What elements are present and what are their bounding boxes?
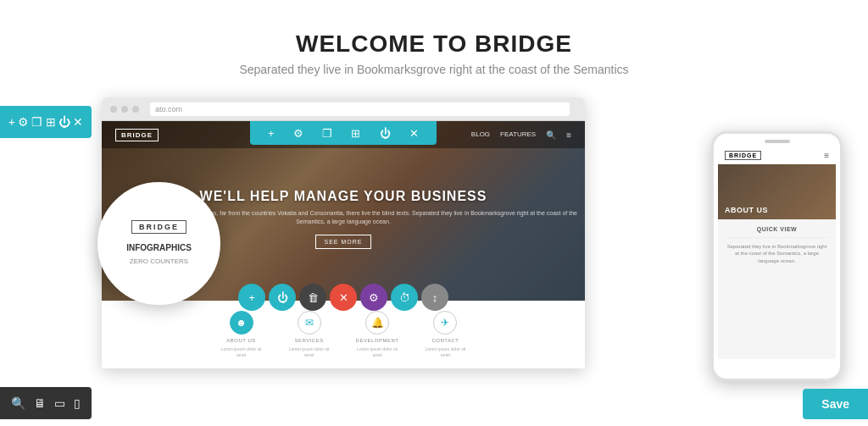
feature-contact-label: CONTACT <box>431 338 459 343</box>
mobile-screen: BRIDGE ≡ ABOUT US QUICK VIEW Separated t… <box>718 147 836 359</box>
browser-trash-icon[interactable]: ✕ <box>409 127 419 140</box>
circle-overlay: BRIDGE INFOGRAPHICS ZERO COUNTERS <box>97 182 220 305</box>
feature-contact: ✈ CONTACT Lorem ipsum dolor sit amet <box>424 311 466 357</box>
feature-about-icon: ☻ <box>230 311 253 335</box>
site-nav-links: BLOG FEATURES 🔍 ≡ <box>471 130 571 140</box>
save-button[interactable]: Save <box>803 389 868 419</box>
browser-toolbar-overlay: + ⚙ ❐ ⊞ ⏻ ✕ <box>250 121 437 145</box>
browser-dot-1 <box>110 106 117 113</box>
search-icon[interactable]: 🔍 <box>11 396 25 410</box>
mobile-hero-title: ABOUT US <box>725 206 768 214</box>
mobile-description: Separated they live in Bookmarksgrove ri… <box>725 243 829 264</box>
mobile-content: QUICK VIEW Separated they live in Bookma… <box>718 219 836 271</box>
browser-url: ato.com <box>150 102 570 116</box>
nav-search-icon[interactable]: 🔍 <box>546 130 556 140</box>
mobile-nav: BRIDGE ≡ <box>718 147 836 164</box>
feature-contact-text: Lorem ipsum dolor sit amet <box>424 346 466 357</box>
mobile-quick-view: QUICK VIEW <box>725 226 829 232</box>
feature-services-icon: ✉ <box>298 311 321 335</box>
site-logo: BRIDGE <box>115 129 159 141</box>
gear-icon[interactable]: ⚙ <box>18 115 29 129</box>
nav-menu-icon[interactable]: ≡ <box>566 130 571 140</box>
browser-dot-3 <box>132 106 139 113</box>
circle-item-2: ZERO COUNTERS <box>130 257 188 265</box>
grid-icon[interactable]: ⊞ <box>46 115 56 129</box>
browser-dot-2 <box>121 106 128 113</box>
browser-add-icon[interactable]: + <box>268 127 275 140</box>
browser-power-icon[interactable]: ⏻ <box>380 127 391 140</box>
mobile-hero: ABOUT US <box>718 164 836 219</box>
left-toolbar: + ⚙ ❐ ⊞ ⏻ ✕ <box>0 106 92 138</box>
add-icon[interactable]: + <box>8 115 15 129</box>
copy-icon[interactable]: ❐ <box>31 115 42 129</box>
mobile-divider <box>725 237 829 238</box>
browser-copy-icon[interactable]: ❐ <box>322 127 332 140</box>
nav-blog: BLOG <box>471 130 490 140</box>
main-content: + ⚙ ❐ ⊞ ⏻ ✕ 🔍 🖥 ▭ ▯ Save BRIDGE INFOGRAP… <box>0 97 868 426</box>
circle-logo: BRIDGE <box>131 220 186 234</box>
bottom-toolbar: 🔍 🖥 ▭ ▯ <box>0 387 92 419</box>
trash-icon[interactable]: ✕ <box>73 115 83 129</box>
mobile-logo: BRIDGE <box>725 151 761 160</box>
tablet-icon[interactable]: ▭ <box>54 396 65 410</box>
hero-cta-button[interactable]: SEE MORE <box>315 235 372 249</box>
float-chart-button[interactable]: ↕ <box>421 284 448 311</box>
header-section: WELCOME TO BRIDGE Separated they live in… <box>0 0 868 93</box>
page-title: WELCOME TO BRIDGE <box>17 30 851 58</box>
mobile-speaker <box>765 140 790 143</box>
page-subtitle: Separated they live in Bookmarksgrove ri… <box>17 63 851 76</box>
float-trash-button[interactable]: 🗑 <box>299 284 326 311</box>
feature-development: 🔔 DEVELOPMENT Lorem ipsum dolor sit amet <box>356 311 399 357</box>
feature-services: ✉ SERVICES Lorem ipsum dolor sit amet <box>288 311 331 357</box>
float-close-button[interactable]: ✕ <box>330 284 357 311</box>
float-add-button[interactable]: + <box>238 284 265 311</box>
mobile-icon[interactable]: ▯ <box>74 396 81 410</box>
mobile-menu-icon[interactable]: ≡ <box>824 151 829 160</box>
feature-about-label: ABOUT US <box>226 338 256 343</box>
float-gear-button[interactable]: ⚙ <box>360 284 387 311</box>
feature-services-label: SERVICES <box>294 338 323 343</box>
feature-development-text: Lorem ipsum dolor sit amet <box>356 346 398 357</box>
feature-development-icon: 🔔 <box>365 311 389 335</box>
floating-edit-toolbar: + ⏻ 🗑 ✕ ⚙ ⏱ ↕ <box>238 284 448 311</box>
browser-bar: ato.com <box>102 97 585 121</box>
feature-about: ☻ ABOUT US Lorem ipsum dolor sit amet <box>220 311 263 357</box>
float-power-button[interactable]: ⏻ <box>269 284 296 311</box>
site-features: ☻ ABOUT US Lorem ipsum dolor sit amet ✉ … <box>102 301 585 368</box>
nav-features: FEATURES <box>500 130 536 140</box>
feature-contact-icon: ✈ <box>433 311 457 335</box>
float-time-button[interactable]: ⏱ <box>391 284 418 311</box>
circle-item-1: INFOGRAPHICS <box>126 243 192 252</box>
browser-gear-icon[interactable]: ⚙ <box>293 127 303 140</box>
feature-services-text: Lorem ipsum dolor sit amet <box>288 346 331 357</box>
monitor-icon[interactable]: 🖥 <box>34 396 46 410</box>
power-icon[interactable]: ⏻ <box>58 115 70 129</box>
feature-development-label: DEVELOPMENT <box>356 338 399 343</box>
mobile-mockup: BRIDGE ≡ ABOUT US QUICK VIEW Separated t… <box>711 131 843 381</box>
browser-grid-icon[interactable]: ⊞ <box>351 127 360 140</box>
feature-about-text: Lorem ipsum dolor sit amet <box>220 346 263 357</box>
